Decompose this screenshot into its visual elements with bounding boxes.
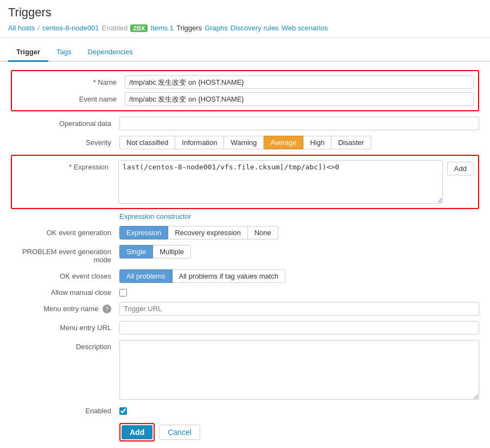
severity-warning[interactable]: Warning: [224, 136, 264, 149]
ok-closes-label: OK event closes: [11, 269, 119, 280]
severity-information[interactable]: Information: [175, 136, 224, 149]
menu-entry-name-input[interactable]: [119, 302, 479, 316]
severity-high[interactable]: High: [303, 136, 332, 149]
menu-entry-url-content: [119, 321, 479, 335]
severity-buttons: Not classified Information Warning Avera…: [119, 136, 371, 149]
tab-dependencies[interactable]: Dependencies: [80, 43, 141, 62]
expression-label-text: Expression: [74, 163, 109, 171]
severity-row: Severity Not classified Information Warn…: [11, 136, 479, 149]
breadcrumb-all-hosts[interactable]: All hosts: [8, 24, 35, 32]
problem-generation-label: PROBLEM event generation mode: [11, 245, 119, 264]
breadcrumb-enabled: Enabled: [102, 24, 128, 32]
description-label: Description: [11, 340, 119, 351]
ok-event-label: OK event generation: [11, 226, 119, 237]
severity-label: Severity: [11, 138, 119, 147]
name-label: * Name: [16, 75, 125, 86]
ok-closes-all-problems[interactable]: All problems: [119, 269, 173, 283]
add-submit-button[interactable]: Add: [122, 425, 152, 439]
operational-data-input[interactable]: [119, 117, 479, 130]
tab-tags[interactable]: Tags: [48, 43, 79, 62]
expression-textarea[interactable]: last(/centos-8-node001/vfs.file.cksum[/t…: [118, 160, 443, 204]
problem-generation-content: Single Multiple: [119, 245, 479, 258]
problem-generation-buttons: Single Multiple: [119, 245, 479, 258]
submit-btn-wrapper: Add: [119, 423, 155, 441]
event-name-content: [125, 92, 474, 106]
ok-event-none[interactable]: None: [248, 226, 278, 239]
expression-row: * Expression last(/centos-8-node001/vfs.…: [16, 160, 474, 204]
operational-data-row: Operational data: [11, 117, 479, 130]
menu-entry-name-label: Menu entry name ?: [11, 302, 119, 313]
description-textarea[interactable]: [119, 340, 479, 400]
severity-average[interactable]: Average: [264, 136, 303, 149]
allow-manual-label: Allow manual close: [11, 288, 119, 296]
name-content: [125, 75, 474, 89]
ok-event-buttons: Expression Recovery expression None: [119, 226, 479, 239]
breadcrumb-triggers: Triggers: [176, 24, 202, 32]
ok-closes-tag-match[interactable]: All problems if tag values match: [173, 269, 286, 283]
name-input[interactable]: [125, 75, 474, 89]
expression-label: * Expression: [16, 160, 114, 171]
ok-closes-content: All problems All problems if tag values …: [119, 269, 479, 283]
ok-event-content: Expression Recovery expression None: [119, 226, 479, 239]
breadcrumb-sep1: /: [37, 24, 40, 32]
breadcrumb-items[interactable]: Items 1: [150, 24, 174, 32]
expression-required: *: [69, 163, 74, 171]
menu-entry-help-icon[interactable]: ?: [103, 305, 111, 313]
breadcrumb-host[interactable]: centos-8-node001: [42, 24, 99, 32]
event-name-input[interactable]: [125, 92, 474, 106]
ok-event-recovery-expression[interactable]: Recovery expression: [168, 226, 247, 239]
operational-data-content: [119, 117, 479, 130]
operational-data-label: Operational data: [11, 117, 119, 128]
breadcrumb-discovery-rules[interactable]: Discovery rules: [231, 24, 279, 32]
menu-entry-url-label: Menu entry URL: [11, 321, 119, 332]
breadcrumb-zbx: ZBX: [130, 24, 148, 32]
cancel-button[interactable]: Cancel: [159, 425, 200, 440]
enabled-row: Enabled: [11, 407, 479, 415]
tabs-nav: Trigger Tags Dependencies: [0, 43, 490, 62]
severity-not-classified[interactable]: Not classified: [119, 136, 175, 149]
menu-entry-name-row: Menu entry name ?: [11, 302, 479, 316]
expression-section: * Expression last(/centos-8-node001/vfs.…: [11, 155, 479, 209]
description-row: Description: [11, 340, 479, 401]
menu-entry-url-row: Menu entry URL: [11, 321, 479, 335]
allow-manual-checkbox[interactable]: [119, 289, 127, 296]
page-title: Triggers: [8, 5, 482, 20]
breadcrumb-graphs[interactable]: Graphs: [205, 24, 228, 32]
expression-add-button[interactable]: Add: [447, 162, 474, 175]
ok-closes-buttons: All problems All problems if tag values …: [119, 269, 479, 283]
problem-generation-multiple[interactable]: Multiple: [153, 245, 191, 258]
expression-constructor-link[interactable]: Expression constructor: [119, 212, 191, 220]
problem-generation-row: PROBLEM event generation mode Single Mul…: [11, 245, 479, 264]
event-name-row: Event name: [16, 92, 474, 106]
name-row: * Name: [16, 75, 474, 89]
form-container: * Name Event name Operational data Sever…: [0, 62, 490, 448]
page-header: Triggers All hosts / centos-8-node001 En…: [0, 0, 490, 38]
menu-entry-url-input[interactable]: [119, 321, 479, 335]
tab-trigger[interactable]: Trigger: [8, 43, 48, 62]
breadcrumb-web-scenarios[interactable]: Web scenarios: [282, 24, 328, 32]
ok-event-row: OK event generation Expression Recovery …: [11, 226, 479, 239]
ok-closes-row: OK event closes All problems All problem…: [11, 269, 479, 283]
enabled-label: Enabled: [11, 407, 119, 415]
problem-generation-single[interactable]: Single: [119, 245, 153, 258]
breadcrumb: All hosts / centos-8-node001 Enabled ZBX…: [8, 24, 482, 32]
expression-constructor-wrapper: Expression constructor: [119, 212, 479, 220]
description-content: [119, 340, 479, 401]
severity-disaster[interactable]: Disaster: [332, 136, 371, 149]
action-buttons: Add Cancel: [119, 423, 479, 441]
name-section: * Name Event name: [11, 70, 479, 111]
enabled-checkbox[interactable]: [119, 407, 127, 415]
ok-event-expression[interactable]: Expression: [119, 226, 168, 239]
allow-manual-row: Allow manual close: [11, 288, 479, 296]
menu-entry-name-content: [119, 302, 479, 316]
event-name-label: Event name: [16, 92, 125, 103]
